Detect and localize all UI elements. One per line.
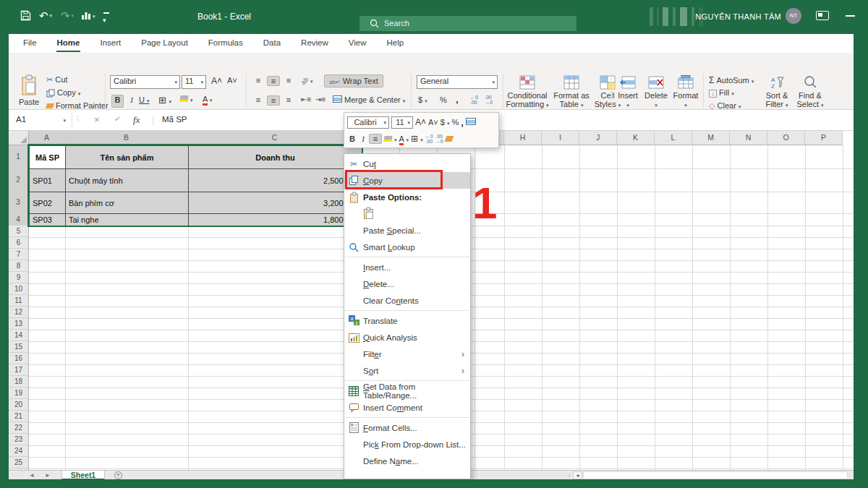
hscroll-left-icon[interactable]: ◄: [573, 471, 582, 479]
insert-cells-button[interactable]: Insert▾: [615, 75, 641, 108]
row-header-24[interactable]: 24: [9, 445, 29, 457]
mini-font-name-combo[interactable]: Calibri▾: [347, 116, 389, 129]
menu-item-delete[interactable]: Delete...: [344, 275, 470, 292]
row-header-17[interactable]: 17: [9, 364, 29, 376]
number-format-combo[interactable]: General▾: [417, 75, 498, 89]
select-all-corner[interactable]: [9, 131, 29, 145]
redo-button[interactable]: ↷▾: [61, 10, 74, 22]
mini-decrease-decimal-button[interactable]: .00→0: [435, 134, 443, 144]
mini-font-color-button[interactable]: A ▾: [399, 134, 409, 143]
mini-align-center-button[interactable]: ≡: [369, 134, 382, 144]
fill-color-button[interactable]: ▾: [180, 95, 193, 103]
row-header-9[interactable]: 9: [9, 272, 29, 283]
mini-percent-button[interactable]: %: [451, 118, 459, 127]
row-header-8[interactable]: 8: [9, 260, 29, 272]
menu-item-clear-contents[interactable]: Clear Contents: [344, 292, 470, 309]
row-header-7[interactable]: 7: [9, 249, 29, 260]
insert-function-icon[interactable]: fx: [133, 114, 140, 126]
row-header-5[interactable]: 5: [9, 226, 29, 237]
increase-font-icon[interactable]: A˄: [211, 76, 222, 86]
align-right-button[interactable]: ≡: [282, 95, 295, 104]
name-box[interactable]: A1▾: [9, 112, 72, 128]
avatar[interactable]: NT: [786, 8, 801, 24]
increase-indent-button[interactable]: ⇥≡: [315, 95, 326, 103]
mini-bold-button[interactable]: B: [347, 134, 357, 143]
autosum-button[interactable]: Σ AutoSum ▾: [709, 75, 754, 85]
mini-italic-button[interactable]: I: [359, 134, 367, 143]
font-name-combo[interactable]: Calibri▾: [110, 75, 180, 89]
column-header-A[interactable]: A: [29, 131, 65, 145]
tab-data[interactable]: Data: [256, 34, 288, 53]
comma-style-button[interactable]: ,: [456, 94, 459, 105]
column-header-B[interactable]: B: [65, 131, 188, 145]
italic-button[interactable]: I: [127, 95, 136, 104]
cell-C3[interactable]: 3,200,000: [188, 192, 362, 214]
decrease-font-icon[interactable]: A˅: [227, 76, 237, 85]
mini-decrease-font-button[interactable]: A˅: [428, 118, 438, 127]
menu-item-filter[interactable]: Filter›: [344, 346, 470, 362]
row-header-20[interactable]: 20: [9, 399, 29, 411]
align-center-button[interactable]: ≡: [267, 95, 280, 106]
menu-item-get-data[interactable]: Get Data from Table/Range...: [344, 382, 470, 399]
formula-bar-value[interactable]: Mã SP: [162, 115, 187, 124]
mini-merge-icon[interactable]: [466, 118, 476, 127]
menu-item-pick-from-list[interactable]: Pick From Drop-down List...: [344, 436, 470, 453]
column-header-O[interactable]: O: [767, 131, 805, 145]
bold-button[interactable]: B: [111, 95, 124, 108]
orientation-button[interactable]: ab ▾: [301, 76, 313, 85]
row-header-11[interactable]: 11: [9, 295, 29, 307]
mini-accounting-button[interactable]: $ ▾: [441, 118, 450, 127]
prev-sheet-icon[interactable]: ◄: [29, 472, 35, 479]
row-header-25[interactable]: 25: [9, 457, 29, 468]
row-header-21[interactable]: 21: [9, 411, 29, 422]
user-name[interactable]: NGUYỄN THANH TÂM: [695, 12, 781, 21]
format-as-table-button[interactable]: Format asTable ▾: [553, 75, 590, 110]
row-header-19[interactable]: 19: [9, 388, 29, 399]
menu-item-quick-analysis[interactable]: Quick Analysis: [344, 329, 470, 346]
tab-review[interactable]: Review: [294, 34, 336, 53]
mini-font-size-combo[interactable]: 11▾: [391, 116, 413, 129]
cell-A4[interactable]: SP03: [29, 213, 66, 226]
row-header-10[interactable]: 10: [9, 283, 29, 295]
column-header-J[interactable]: J: [579, 131, 617, 145]
decrease-decimal-button[interactable]: .00→0: [485, 95, 493, 105]
align-middle-button[interactable]: ≡: [267, 76, 280, 86]
row-header-3[interactable]: 3: [9, 192, 29, 213]
cell-A1[interactable]: Mã SP: [29, 145, 66, 169]
increase-decimal-button[interactable]: ←0.00: [470, 95, 478, 105]
cell-B4[interactable]: Tai nghe: [65, 213, 189, 226]
row-header-6[interactable]: 6: [9, 237, 29, 249]
column-header-H[interactable]: H: [504, 131, 542, 145]
decrease-indent-button[interactable]: ⇤≡: [301, 95, 311, 103]
cell-B1[interactable]: Tên sản phẩm: [65, 145, 189, 169]
tab-home[interactable]: Home: [50, 34, 88, 53]
cell-C4[interactable]: 1,800,000: [188, 213, 362, 226]
menu-item-smart-lookup[interactable]: Smart Lookup: [344, 239, 470, 255]
column-header-P[interactable]: P: [805, 131, 843, 145]
menu-item-sort[interactable]: Sort›: [344, 362, 470, 379]
ribbon-display-options-icon[interactable]: [816, 11, 829, 20]
cell-A3[interactable]: SP02: [29, 192, 66, 214]
cut-button[interactable]: ✂Cut: [46, 75, 67, 85]
fill-button[interactable]: ↓ Fill ▾: [709, 88, 734, 98]
minimize-button[interactable]: [846, 15, 855, 17]
row-header-1[interactable]: 1: [9, 145, 29, 168]
align-left-button[interactable]: ≡: [252, 95, 265, 104]
font-size-combo[interactable]: 11▾: [182, 75, 206, 89]
find-select-button[interactable]: Find &Select ▾: [794, 75, 826, 110]
undo-button[interactable]: ↶▾: [39, 10, 52, 22]
borders-button[interactable]: ⊞ ▾: [158, 95, 171, 106]
sheet-tab-active[interactable]: Sheet1: [61, 471, 105, 479]
column-header-C[interactable]: C: [188, 131, 362, 145]
new-sheet-icon[interactable]: +: [114, 471, 122, 479]
tab-insert[interactable]: Insert: [93, 34, 128, 53]
row-header-15[interactable]: 15: [9, 341, 29, 353]
column-header-M[interactable]: M: [692, 131, 730, 145]
row-header-22[interactable]: 22: [9, 422, 29, 434]
mini-borders-button[interactable]: ⊞ ▾: [411, 134, 423, 144]
tab-scroll-splitter[interactable]: ⁞: [569, 472, 571, 479]
menu-item-paste-preview[interactable]: [344, 205, 470, 222]
tab-file[interactable]: File: [16, 34, 44, 53]
confirm-entry-icon[interactable]: ✓: [114, 114, 121, 124]
tab-help[interactable]: Help: [380, 34, 412, 53]
